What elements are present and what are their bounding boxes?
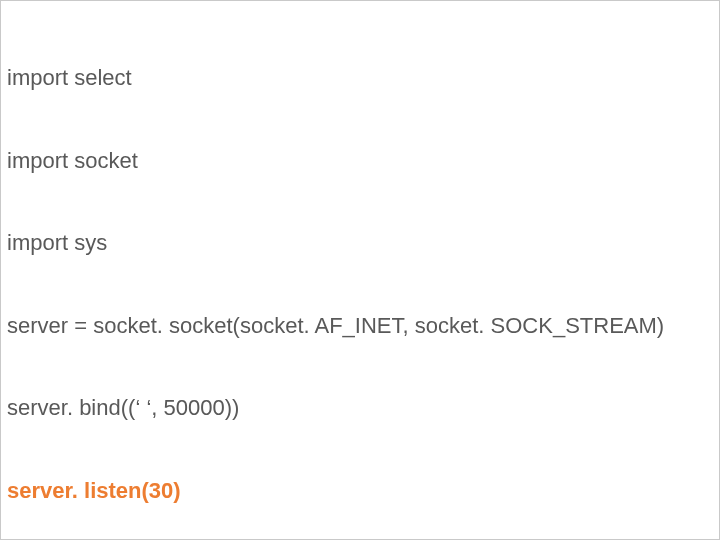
code-line: import sys	[7, 229, 713, 257]
code-line: import select	[7, 64, 713, 92]
code-line: server. bind((‘ ‘, 50000))	[7, 394, 713, 422]
code-line: import socket	[7, 147, 713, 175]
code-block: import select import socket import sys s…	[7, 9, 713, 540]
code-line-highlight: server. listen(30)	[7, 477, 713, 505]
slide-page: import select import socket import sys s…	[0, 0, 720, 540]
code-line: server = socket. socket(socket. AF_INET,…	[7, 312, 713, 340]
